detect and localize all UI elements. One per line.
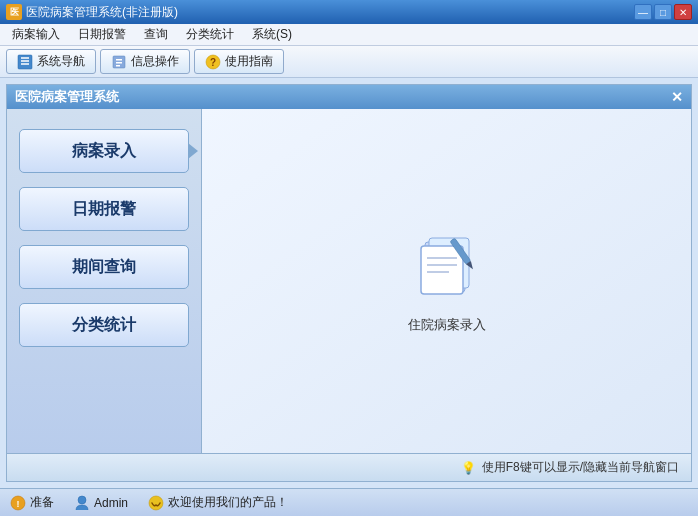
status-user: Admin xyxy=(74,495,128,511)
welcome-icon xyxy=(148,495,164,511)
panel-status-text: 使用F8键可以显示/隐藏当前导航窗口 xyxy=(482,459,679,476)
panel-status-bar: 💡 使用F8键可以显示/隐藏当前导航窗口 xyxy=(7,453,691,481)
svg-rect-12 xyxy=(421,246,463,294)
svg-rect-5 xyxy=(116,59,122,61)
menu-date-alert[interactable]: 日期报警 xyxy=(70,24,134,45)
window-title: 医院病案管理系统(非注册版) xyxy=(26,4,178,21)
toolbar-info-label: 信息操作 xyxy=(131,53,179,70)
content-icon-label: 住院病案录入 xyxy=(408,316,486,334)
toolbar-help-button[interactable]: ? 使用指南 xyxy=(194,49,284,74)
maximize-button[interactable]: □ xyxy=(654,4,672,20)
content-icon-area: 住院病案录入 xyxy=(407,228,487,334)
status-welcome: 欢迎使用我们的产品！ xyxy=(148,494,288,511)
menu-query[interactable]: 查询 xyxy=(136,24,176,45)
panel-status-icon: 💡 xyxy=(461,461,476,475)
nav-icon xyxy=(17,54,33,70)
user-icon xyxy=(74,495,90,511)
main-panel: 医院病案管理系统 ✕ 病案录入 日期报警 期间查询 分类统计 xyxy=(6,84,692,482)
status-user-text: Admin xyxy=(94,496,128,510)
ready-icon: ! xyxy=(10,495,26,511)
svg-point-20 xyxy=(78,496,86,504)
svg-text:?: ? xyxy=(210,57,216,68)
svg-rect-6 xyxy=(116,62,122,64)
menu-case-input[interactable]: 病案输入 xyxy=(4,24,68,45)
info-icon xyxy=(111,54,127,70)
status-ready-text: 准备 xyxy=(30,494,54,511)
close-button[interactable]: ✕ xyxy=(674,4,692,20)
content-area: 住院病案录入 xyxy=(202,109,691,453)
title-bar-buttons: — □ ✕ xyxy=(634,4,692,20)
toolbar-nav-button[interactable]: 系统导航 xyxy=(6,49,96,74)
nav-category-stats-button[interactable]: 分类统计 xyxy=(19,303,189,347)
panel-close-button[interactable]: ✕ xyxy=(671,90,683,104)
toolbar-info-button[interactable]: 信息操作 xyxy=(100,49,190,74)
svg-point-21 xyxy=(149,496,163,510)
panel-body: 病案录入 日期报警 期间查询 分类统计 xyxy=(7,109,691,453)
nav-case-entry-button[interactable]: 病案录入 xyxy=(19,129,189,173)
toolbar-help-label: 使用指南 xyxy=(225,53,273,70)
menu-bar: 病案输入 日期报警 查询 分类统计 系统(S) xyxy=(0,24,698,46)
status-welcome-text: 欢迎使用我们的产品！ xyxy=(168,494,288,511)
help-icon: ? xyxy=(205,54,221,70)
panel-header: 医院病案管理系统 ✕ xyxy=(7,85,691,109)
document-icon xyxy=(407,228,487,308)
svg-rect-7 xyxy=(116,65,120,67)
main-area: 医院病案管理系统 ✕ 病案录入 日期报警 期间查询 分类统计 xyxy=(0,78,698,488)
svg-rect-0 xyxy=(18,55,32,69)
minimize-button[interactable]: — xyxy=(634,4,652,20)
title-bar: 医 医院病案管理系统(非注册版) — □ ✕ xyxy=(0,0,698,24)
nav-sidebar: 病案录入 日期报警 期间查询 分类统计 xyxy=(7,109,202,453)
app-icon: 医 xyxy=(6,4,22,20)
toolbar: 系统导航 信息操作 ? 使用指南 xyxy=(0,46,698,78)
toolbar-nav-label: 系统导航 xyxy=(37,53,85,70)
menu-category-stats[interactable]: 分类统计 xyxy=(178,24,242,45)
nav-period-query-button[interactable]: 期间查询 xyxy=(19,245,189,289)
svg-text:!: ! xyxy=(17,499,20,509)
status-ready: ! 准备 xyxy=(10,494,54,511)
status-bar: ! 准备 Admin 欢迎使用我们的产品！ xyxy=(0,488,698,516)
menu-system[interactable]: 系统(S) xyxy=(244,24,300,45)
nav-date-alert-button[interactable]: 日期报警 xyxy=(19,187,189,231)
nav-arrow-icon xyxy=(188,143,198,159)
title-bar-left: 医 医院病案管理系统(非注册版) xyxy=(6,4,178,21)
panel-title: 医院病案管理系统 xyxy=(15,88,119,106)
